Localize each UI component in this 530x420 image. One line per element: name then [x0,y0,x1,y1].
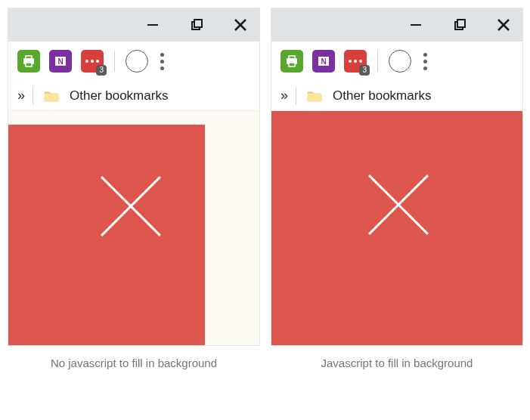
profile-avatar[interactable] [126,50,148,73]
broken-image-placeholder [271,111,522,345]
extension-lastpass-icon[interactable]: 3 [81,50,104,73]
bookmarks-bar: » Other bookmarks [8,81,259,111]
menu-kebab-icon[interactable] [423,53,427,70]
svg-text:N: N [57,57,63,66]
bookmarks-bar: » Other bookmarks [271,81,522,111]
extension-badge: 3 [96,65,107,76]
other-bookmarks-link[interactable]: Other bookmarks [70,88,168,103]
minimize-button[interactable] [408,17,424,33]
caption-text: No javascript to fill in background [8,357,260,369]
toolbar-divider [114,51,115,72]
extension-onenote-icon[interactable]: N [312,50,335,73]
broken-image-x-icon [367,173,430,236]
extension-lastpass-icon[interactable]: 3 [344,50,367,73]
svg-text:N: N [321,57,326,66]
toolbar-divider [377,51,378,72]
folder-icon [44,90,59,102]
close-button[interactable] [232,17,249,33]
extensions-toolbar: N 3 [271,42,522,81]
menu-kebab-icon[interactable] [160,53,164,70]
bookmarks-divider [33,87,33,105]
svg-rect-13 [457,20,465,27]
minimize-button[interactable] [144,17,161,33]
page-content [271,111,522,345]
panel-with-js: N 3 » Other bookmarks [271,8,523,369]
svg-rect-10 [45,94,58,101]
page-content [8,111,259,345]
window-titlebar [271,8,522,42]
maximize-button[interactable] [188,17,205,33]
bookmarks-divider [296,87,296,105]
svg-rect-2 [194,20,202,27]
extension-print-icon[interactable] [17,50,40,73]
extension-print-icon[interactable] [280,50,303,73]
svg-rect-6 [26,56,32,59]
close-button[interactable] [495,17,512,33]
other-bookmarks-link[interactable]: Other bookmarks [333,88,431,103]
broken-image-placeholder [8,125,205,345]
overflow-chevron-icon[interactable]: » [17,88,22,103]
svg-rect-7 [26,63,32,66]
svg-rect-21 [308,94,321,101]
profile-avatar[interactable] [389,50,411,73]
broken-image-x-icon [99,174,163,238]
extensions-toolbar: N 3 [8,42,259,81]
maximize-button[interactable] [451,17,468,33]
extension-onenote-icon[interactable]: N [49,50,72,73]
panel-no-js: N 3 » Other bookmarks [8,8,260,369]
caption-text: Javascript to fill in background [271,357,523,369]
extension-badge: 3 [359,65,370,76]
folder-icon [307,90,322,102]
svg-rect-17 [289,56,295,59]
overflow-chevron-icon[interactable]: » [280,88,285,103]
window-titlebar [8,8,259,42]
svg-rect-18 [289,63,295,66]
